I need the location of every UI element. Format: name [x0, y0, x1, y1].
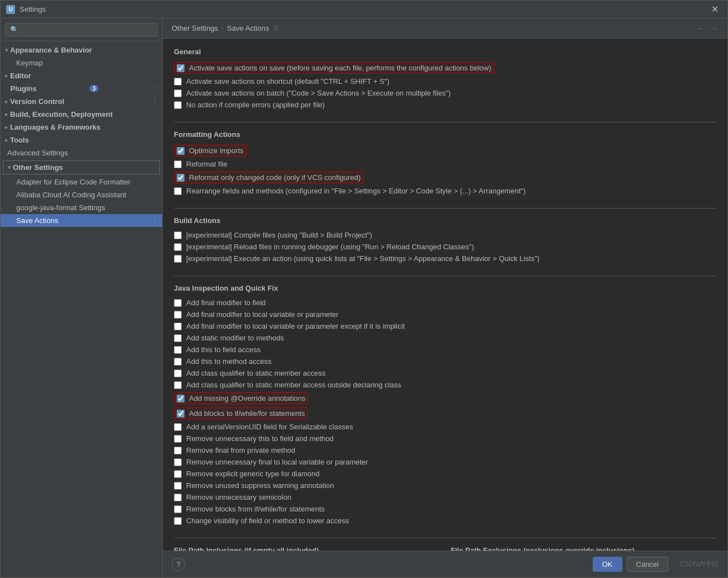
nav-forward-button[interactable]: →	[710, 23, 718, 34]
activate-on-shortcut-label[interactable]: Activate save actions on shortcut (defau…	[186, 77, 389, 86]
formatting-title: Formatting Actions	[174, 130, 716, 139]
add-static-label[interactable]: Add static modifier to methods	[186, 334, 284, 342]
general-section: General Activate save actions on save (b…	[174, 48, 716, 111]
add-serial-label[interactable]: Add a serialVersionUID field for Seriali…	[186, 423, 353, 431]
add-class-qualifier-outside-checkbox[interactable]	[174, 381, 182, 389]
add-static-checkbox[interactable]	[174, 334, 182, 342]
add-this-method-label[interactable]: Add this to method access	[186, 357, 271, 366]
add-this-field-label[interactable]: Add this to field access	[186, 345, 261, 354]
add-final-local-except-label[interactable]: Add final modifier to local variable or …	[186, 322, 405, 330]
remove-semicolon-checkbox[interactable]	[174, 494, 182, 501]
execute-action-label[interactable]: [experimental] Execute an action (using …	[186, 254, 540, 263]
sidebar-item-appearance[interactable]: ▾ Appearance & Behavior	[1, 44, 162, 56]
nav-back-button[interactable]: ←	[696, 23, 705, 34]
reformat-file-checkbox[interactable]	[174, 160, 182, 168]
add-final-field-checkbox[interactable]	[174, 299, 182, 307]
app-icon: U	[6, 5, 15, 14]
add-this-method-checkbox[interactable]	[174, 358, 182, 366]
remove-generic-label[interactable]: Remove explicit generic type for diamond	[186, 470, 319, 478]
sidebar-item-advanced[interactable]: Advanced Settings	[1, 146, 162, 159]
remove-generic-checkbox[interactable]	[174, 470, 182, 478]
sidebar-item-build[interactable]: ▸ Build, Execution, Deployment	[1, 108, 162, 121]
add-final-local-label[interactable]: Add final modifier to local variable or …	[186, 310, 338, 319]
compile-files-checkbox[interactable]	[174, 231, 182, 239]
remove-final-private-label[interactable]: Remove final from private method	[186, 446, 295, 454]
sidebar-item-plugins[interactable]: Plugins 3 ⋮	[1, 82, 162, 95]
main-content: ▾ Appearance & Behavior Keymap ▸ Editor …	[1, 18, 727, 577]
add-class-qualifier-outside-label[interactable]: Add class qualifier to static member acc…	[186, 381, 401, 389]
reformat-file-label[interactable]: Reformat file	[186, 160, 228, 168]
reload-files-label[interactable]: [experimental] Reload files in running d…	[186, 243, 474, 251]
search-input[interactable]	[5, 23, 158, 36]
divider-1	[174, 122, 716, 122]
remove-this-checkbox[interactable]	[174, 435, 182, 443]
activate-on-batch-checkbox[interactable]	[174, 89, 182, 97]
build-title: Build Actions	[174, 216, 716, 225]
optimize-imports-checkbox[interactable]	[177, 147, 185, 155]
add-class-qualifier-label[interactable]: Add class qualifier to static member acc…	[186, 369, 325, 377]
help-button[interactable]: ?	[172, 558, 185, 571]
change-visibility-checkbox[interactable]	[174, 517, 182, 525]
add-final-local-checkbox[interactable]	[174, 311, 182, 319]
sidebar-item-languages[interactable]: ▸ Languages & Frameworks	[1, 121, 162, 134]
rearrange-checkbox[interactable]	[174, 187, 182, 195]
settings-content: General Activate save actions on save (b…	[163, 39, 727, 551]
menu-icon: ⋮	[152, 98, 158, 105]
reload-files-checkbox[interactable]	[174, 243, 182, 251]
sidebar-item-tools[interactable]: ▸ Tools	[1, 134, 162, 146]
sidebar-item-version-control[interactable]: ▸ Version Control ⋮	[1, 95, 162, 108]
sidebar-item-label: google-java-format Settings	[16, 203, 105, 212]
breadcrumb-menu-icon[interactable]: ☰	[273, 25, 279, 32]
sidebar: ▾ Appearance & Behavior Keymap ▸ Editor …	[1, 18, 163, 577]
remove-blocks-checkbox[interactable]	[174, 505, 182, 513]
remove-suppress-label[interactable]: Remove unused suppress warning annotatio…	[186, 481, 334, 490]
general-title: General	[174, 48, 716, 56]
menu-icon: ⋮	[152, 85, 158, 92]
remove-final-local-checkbox[interactable]	[174, 458, 182, 466]
reformat-changed-label[interactable]: Reformat only changed code (only if VCS …	[189, 173, 361, 182]
cancel-button[interactable]: Cancel	[627, 557, 668, 572]
remove-this-label[interactable]: Remove unnecessary this to field and met…	[186, 434, 334, 443]
sidebar-item-label: Advanced Settings	[7, 149, 68, 157]
remove-final-private-checkbox[interactable]	[174, 447, 182, 454]
remove-blocks-label[interactable]: Remove blocks from if/while/for statemen…	[186, 505, 325, 513]
add-this-field-checkbox[interactable]	[174, 346, 182, 354]
activate-on-save-label[interactable]: Activate save actions on save (before sa…	[189, 64, 491, 72]
breadcrumb-separator: ›	[221, 25, 224, 32]
activate-on-shortcut-checkbox[interactable]	[174, 78, 182, 86]
compile-files-label[interactable]: [experimental] Compile files (using "Bui…	[186, 231, 372, 239]
change-visibility-label[interactable]: Change visibility of field or method to …	[186, 517, 349, 525]
add-serial-checkbox[interactable]	[174, 423, 182, 431]
sidebar-item-label: Plugins	[11, 84, 37, 93]
add-final-field-label[interactable]: Add final modifier to field	[186, 299, 266, 307]
add-class-qualifier-checkbox[interactable]	[174, 369, 182, 377]
remove-final-local-label[interactable]: Remove unnecessary final to local variab…	[186, 458, 368, 466]
remove-suppress-checkbox[interactable]	[174, 482, 182, 490]
file-path-exclusions-title: File Path Exclusions (exclusions overrid…	[451, 546, 716, 551]
add-final-local-except-checkbox[interactable]	[174, 323, 182, 330]
execute-action-checkbox[interactable]	[174, 255, 182, 263]
add-override-label[interactable]: Add missing @Override annotations	[189, 394, 305, 402]
breadcrumb-bar: Other Settings › Save Actions ☰ ← →	[163, 18, 727, 39]
menu-icon: ⋮	[152, 217, 158, 224]
no-action-compile-checkbox[interactable]	[174, 101, 182, 109]
remove-semicolon-label[interactable]: Remove unnecessary semicolon	[186, 493, 291, 501]
rearrange-label[interactable]: Rearrange fields and methods (configured…	[186, 187, 526, 195]
activate-on-save-checkbox[interactable]	[177, 64, 185, 72]
add-blocks-checkbox[interactable]	[177, 410, 185, 418]
sidebar-item-editor[interactable]: ▸ Editor	[1, 69, 162, 82]
sidebar-item-google[interactable]: google-java-format Settings ⋮	[1, 201, 162, 214]
reformat-changed-checkbox[interactable]	[177, 174, 185, 182]
sidebar-item-keymap[interactable]: Keymap	[1, 56, 162, 69]
close-button[interactable]: ✕	[708, 3, 722, 16]
sidebar-item-other[interactable]: ▾ Other Settings	[3, 160, 160, 174]
ok-button[interactable]: OK	[593, 557, 622, 572]
add-blocks-label[interactable]: Add blocks to if/while/for statements	[189, 409, 305, 418]
sidebar-item-save-actions[interactable]: Save Actions ⋮	[1, 214, 162, 227]
sidebar-item-alibaba[interactable]: Alibaba Cloud AI Coding Assistant	[1, 188, 162, 201]
sidebar-item-adapter[interactable]: Adapter for Eclipse Code Formatter ⋮	[1, 176, 162, 188]
add-override-checkbox[interactable]	[177, 395, 185, 402]
optimize-imports-label[interactable]: Optimize imports	[189, 146, 244, 155]
no-action-compile-label[interactable]: No action if compile errors (applied per…	[186, 101, 325, 109]
activate-on-batch-label[interactable]: Activate save actions on batch ("Code > …	[186, 89, 451, 97]
